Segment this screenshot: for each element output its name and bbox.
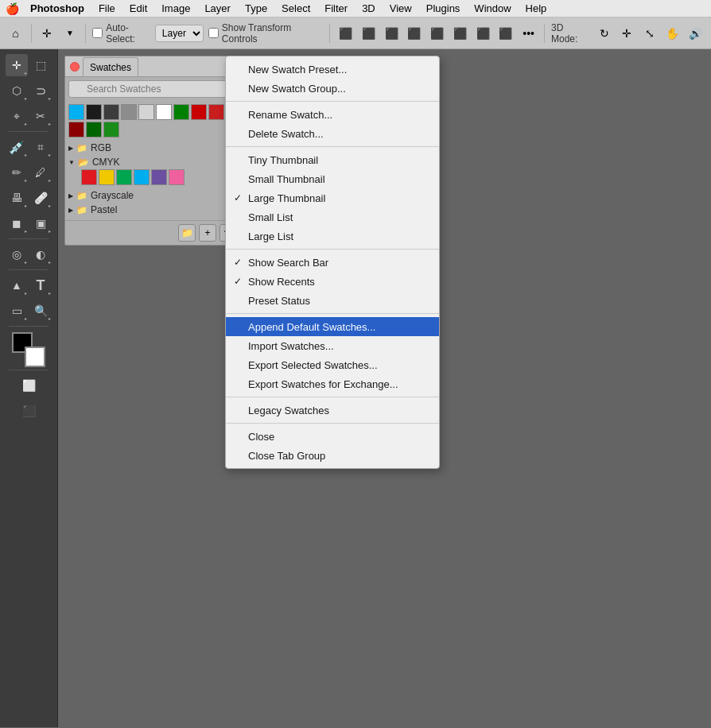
align-center-icon[interactable]: ⬛ (359, 24, 378, 43)
swatch-cyan[interactable] (68, 104, 84, 120)
swatch-cmyk-pink[interactable] (169, 169, 185, 185)
menu-show-search-bar[interactable]: ✓ Show Search Bar (226, 253, 439, 272)
pen-tool[interactable]: ▲▸ (6, 274, 28, 296)
home-button[interactable]: ⌂ (6, 24, 25, 43)
swatch-red2[interactable] (208, 104, 224, 120)
3d-scale-icon[interactable]: ⤡ (641, 24, 659, 43)
menu-small-thumbnail[interactable]: Small Thumbnail (226, 169, 439, 188)
menu-append-default-swatches[interactable]: Append Default Swatches... (226, 317, 439, 336)
menu-item-layer[interactable]: Layer (198, 0, 237, 17)
menu-item-window[interactable]: Window (468, 0, 517, 17)
pastel-group-header[interactable]: ▶ 📁 Pastel (68, 203, 237, 217)
quick-select-tool[interactable]: ⌖▸ (6, 105, 28, 127)
eraser-tool[interactable]: ◼▸ (6, 212, 28, 234)
menu-item-photoshop[interactable]: Photoshop (24, 0, 91, 17)
menu-rename-swatch[interactable]: Rename Swatch... (226, 105, 439, 124)
layer-dropdown[interactable]: Layer (155, 25, 204, 42)
text-tool[interactable]: T▸ (29, 274, 52, 296)
menu-large-list[interactable]: Large List (226, 227, 439, 246)
align-right-icon[interactable]: ⬛ (383, 24, 401, 43)
menu-close-tab-group[interactable]: Close Tab Group (226, 446, 439, 465)
menu-import-swatches[interactable]: Import Swatches... (226, 336, 439, 355)
quick-mask-button[interactable]: ⬜ (17, 374, 40, 397)
swatch-darkgray[interactable] (86, 104, 102, 120)
swatch-cmyk-cyan[interactable] (134, 169, 150, 185)
menu-item-help[interactable]: Help (519, 0, 554, 17)
menu-item-select[interactable]: Select (275, 0, 317, 17)
shape-tool[interactable]: ▭▸ (6, 300, 28, 322)
menu-tiny-thumbnail[interactable]: Tiny Thumbnail (226, 150, 439, 169)
3d-slide-icon[interactable]: 🔊 (686, 24, 705, 43)
panel-close-button[interactable]: × (70, 62, 80, 72)
move-tool-button[interactable]: ✛ (38, 24, 56, 43)
clone-stamp-tool[interactable]: 🖶▸ (6, 187, 28, 209)
ruler-tool[interactable]: ⌗▸ (29, 136, 52, 158)
grayscale-group-header[interactable]: ▶ 📁 Grayscale (68, 188, 237, 203)
move-tool-arrow[interactable]: ▼ (60, 24, 79, 43)
menu-item-3d[interactable]: 3D (356, 0, 382, 17)
lasso-tool[interactable]: ⊃▸ (29, 79, 52, 102)
artboard-tool[interactable]: ⬚ (29, 54, 52, 76)
blur-tool[interactable]: ◐▸ (29, 243, 52, 265)
apple-menu[interactable]: 🍎 (5, 0, 19, 17)
overflow-icon[interactable]: ••• (519, 24, 538, 43)
menu-preset-status[interactable]: Preset Status (226, 291, 439, 310)
menu-item-filter[interactable]: Filter (318, 0, 354, 17)
swatch-darkgreen[interactable] (86, 122, 102, 137)
cmyk-group-header[interactable]: ▼ 📂 CMYK (68, 155, 237, 169)
3d-move-icon[interactable]: ✛ (618, 24, 636, 43)
menu-new-swatch-preset[interactable]: New Swatch Preset... (226, 60, 439, 79)
menu-delete-swatch[interactable]: Delete Swatch... (226, 124, 439, 143)
crop-tool[interactable]: ✂▸ (29, 105, 52, 127)
swatch-lightgray[interactable] (138, 104, 154, 120)
swatch-cmyk-yellow[interactable] (99, 169, 115, 185)
marquee-tool[interactable]: ⬡▸ (6, 79, 28, 102)
swatch-medgreen[interactable] (103, 122, 119, 137)
swatch-cmyk-red[interactable] (81, 169, 97, 185)
align-left-icon[interactable]: ⬛ (336, 24, 355, 43)
swatch-midgray[interactable] (121, 104, 137, 120)
pencil-tool[interactable]: 🖊▸ (29, 161, 52, 184)
zoom-tool[interactable]: 🔍▸ (29, 300, 52, 322)
align-top-icon[interactable]: ⬛ (406, 24, 424, 43)
swatches-tab[interactable]: Swatches (83, 57, 138, 76)
menu-small-list[interactable]: Small List (226, 207, 439, 227)
menu-legacy-swatches[interactable]: Legacy Swatches (226, 401, 439, 420)
swatch-cmyk-purple[interactable] (151, 169, 167, 185)
align-distribute-icon[interactable]: ⬛ (474, 24, 492, 43)
align-middle-icon[interactable]: ⬛ (428, 24, 446, 43)
swatch-white[interactable] (156, 104, 172, 120)
menu-show-recents[interactable]: ✓ Show Recents (226, 272, 439, 291)
menu-item-view[interactable]: View (383, 0, 418, 17)
swatch-darkred[interactable] (68, 122, 84, 137)
dodge-tool[interactable]: ◎▸ (6, 243, 28, 265)
swatch-red1[interactable] (191, 104, 207, 120)
menu-export-selected-swatches[interactable]: Export Selected Swatches... (226, 355, 439, 374)
auto-select-checkbox[interactable] (92, 28, 103, 38)
add-swatch-button[interactable]: + (199, 224, 216, 242)
menu-close[interactable]: Close (226, 427, 439, 446)
swatch-green[interactable] (173, 104, 189, 120)
menu-large-thumbnail[interactable]: ✓ Large Thumbnail (226, 188, 439, 207)
align-bottom-icon[interactable]: ⬛ (451, 24, 469, 43)
3d-rotate-icon[interactable]: ↻ (595, 24, 613, 43)
swatch-gray[interactable] (103, 104, 119, 120)
menu-item-type[interactable]: Type (239, 0, 274, 17)
swatch-cmyk-green[interactable] (116, 169, 132, 185)
healing-brush-tool[interactable]: 🩹▸ (29, 187, 52, 209)
menu-item-file[interactable]: File (92, 0, 122, 17)
3d-pan-icon[interactable]: ✋ (664, 24, 682, 43)
swatches-search-input[interactable] (68, 80, 237, 98)
menu-item-image[interactable]: Image (155, 0, 196, 17)
rgb-group-header[interactable]: ▶ 📁 RGB (68, 141, 237, 155)
brush-tool[interactable]: ✏▸ (6, 161, 28, 184)
menu-new-swatch-group[interactable]: New Swatch Group... (226, 79, 439, 98)
new-group-button[interactable]: 📁 (178, 224, 196, 242)
screen-mode-button[interactable]: ⬛ (17, 400, 40, 422)
eyedropper-tool[interactable]: 💉▸ (6, 136, 28, 158)
align-more-icon[interactable]: ⬛ (497, 24, 515, 43)
show-transform-checkbox[interactable] (208, 28, 219, 38)
menu-item-edit[interactable]: Edit (123, 0, 153, 17)
menu-item-plugins[interactable]: Plugins (420, 0, 467, 17)
fill-tool[interactable]: ▣▸ (29, 212, 52, 234)
